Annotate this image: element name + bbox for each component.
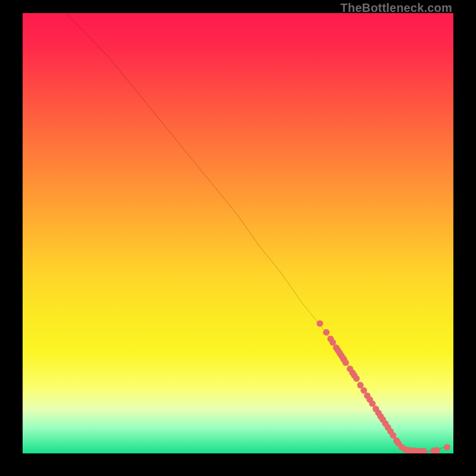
- scatter-point: [342, 359, 349, 366]
- scatter-point: [323, 329, 330, 336]
- scatter-point: [434, 447, 440, 453]
- bottleneck-curve: [65, 13, 444, 452]
- chart-svg: [23, 13, 453, 453]
- plot-area: [23, 13, 453, 453]
- scatter-point: [353, 375, 360, 382]
- chart-stage: TheBottleneck.com: [0, 0, 476, 476]
- scatter-layer: [317, 320, 450, 453]
- scatter-point: [317, 320, 323, 327]
- curve-layer: [65, 13, 444, 452]
- scatter-point: [444, 444, 450, 450]
